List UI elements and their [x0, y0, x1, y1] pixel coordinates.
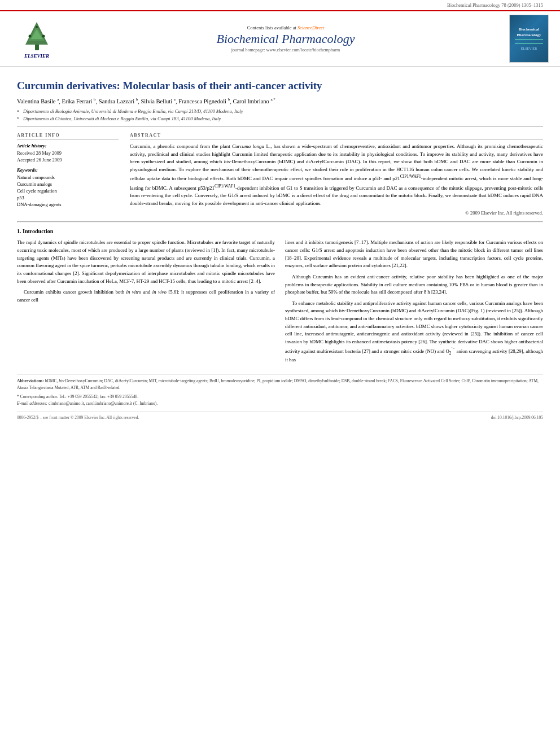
divider: [17, 126, 543, 127]
sciencedirect-line: Contents lists available at ScienceDirec…: [62, 25, 509, 30]
intro-para-2: Curcumin exhibits cancer growth inhibiti…: [17, 289, 275, 304]
journal-cover-title: BiochemicalPharmacology: [517, 27, 541, 37]
keyword-3: Cell cycle regulation: [17, 188, 119, 194]
keyword-5: DNA-damaging agents: [17, 202, 119, 207]
body-columns: The rapid dynamics of spindle microtubul…: [17, 239, 543, 367]
elsevier-label: ELSEVIER: [24, 53, 49, 59]
doi-line: doi:10.1016/j.bcp.2009.06.105: [491, 414, 543, 421]
footer-area: Abbreviations: bDMC, bis-DemethoxyCurcum…: [17, 374, 543, 421]
article-title: Curcumin derivatives: Molecular basis of…: [17, 79, 543, 93]
history-label: Article history:: [17, 143, 119, 148]
journal-header: ELSEVIER Contents lists available at Sci…: [0, 10, 560, 67]
svg-point-4: [28, 34, 31, 37]
footer-bottom: 0006-2952/$ – see front matter © 2009 El…: [17, 412, 543, 421]
article-info-col: ARTICLE INFO Article history: Received 2…: [17, 133, 119, 216]
affiliations: a Dipartimento di Biologia Animale, Univ…: [17, 108, 543, 123]
footer-contact: * Corresponding author. Tel.: +39 059 20…: [17, 394, 543, 407]
contact-label: * Corresponding author. Tel.: +39 059 20…: [17, 394, 138, 399]
svg-rect-0: [35, 45, 39, 50]
footer-abbrev: Abbreviations: bDMC, bis-DemethoxyCurcum…: [17, 378, 543, 391]
affiliation-b: b Dipartimento di Chimica, Università di…: [17, 115, 543, 123]
intro-para-1: The rapid dynamics of spindle microtubul…: [17, 239, 275, 285]
received-date: Received 28 May 2009: [17, 150, 119, 156]
header-center: Contents lists available at ScienceDirec…: [62, 25, 509, 53]
intro-para-5: To enhance metabolic stability and antip…: [285, 300, 543, 364]
issn-line: 0006-2952/$ – see front matter © 2009 El…: [17, 414, 139, 421]
article-content: Curcumin derivatives: Molecular basis of…: [0, 67, 560, 433]
abbrev-label: Abbreviations:: [17, 378, 44, 383]
intro-heading: 1. Introduction: [17, 228, 543, 234]
abstract-text: Curcumin, a phenolic compound from the p…: [130, 143, 543, 207]
article-info-abstract: ARTICLE INFO Article history: Received 2…: [17, 133, 543, 216]
body-divider: [17, 221, 543, 222]
journal-meta-top: Biochemical Pharmacology 78 (2009) 1305–…: [0, 0, 560, 8]
copyright-line: © 2009 Elsevier Inc. All rights reserved…: [130, 210, 543, 216]
journal-reference: Biochemical Pharmacology 78 (2009) 1305–…: [447, 2, 543, 8]
sciencedirect-link[interactable]: ScienceDirect: [298, 25, 324, 30]
journal-title: Biochemical Pharmacology: [62, 32, 509, 46]
keyword-1: Natural compounds: [17, 174, 119, 180]
keyword-2: Curcumin analogs: [17, 181, 119, 187]
authors-line: Valentina Basile a, Erika Ferrari b, San…: [17, 97, 543, 106]
svg-point-6: [36, 26, 38, 28]
abstract-col: ABSTRACT Curcumin, a phenolic compound f…: [130, 133, 543, 216]
article-info-label: ARTICLE INFO: [17, 133, 119, 139]
body-right-col: lines and it inhibits tumorigenesis [7–1…: [285, 239, 543, 367]
elsevier-logo: ELSEVIER: [11, 19, 62, 59]
accepted-date: Accepted 26 June 2009: [17, 157, 119, 163]
body-left-col: The rapid dynamics of spindle microtubul…: [17, 239, 275, 367]
email-line: E-mail addresses: cimbriano@unimo.it, ca…: [17, 401, 158, 406]
page-wrapper: Biochemical Pharmacology 78 (2009) 1305–…: [0, 0, 560, 433]
elsevier-tree-icon: [19, 19, 55, 52]
abstract-label: ABSTRACT: [130, 133, 543, 139]
journal-homepage: journal homepage: www.elsevier.com/locat…: [62, 47, 509, 53]
journal-cover-image: BiochemicalPharmacology ELSEVIER: [509, 15, 549, 63]
affiliation-a: a Dipartimento di Biologia Animale, Univ…: [17, 108, 543, 115]
intro-para-4: Although Curcumin has an evident anti-ca…: [285, 273, 543, 296]
svg-point-5: [42, 34, 45, 37]
abstract-para-1: Curcumin, a phenolic compound from the p…: [130, 143, 543, 207]
keywords-label: Keywords:: [17, 167, 119, 173]
intro-para-3: lines and it inhibits tumorigenesis [7–1…: [285, 239, 543, 270]
keyword-4: p53: [17, 195, 119, 200]
